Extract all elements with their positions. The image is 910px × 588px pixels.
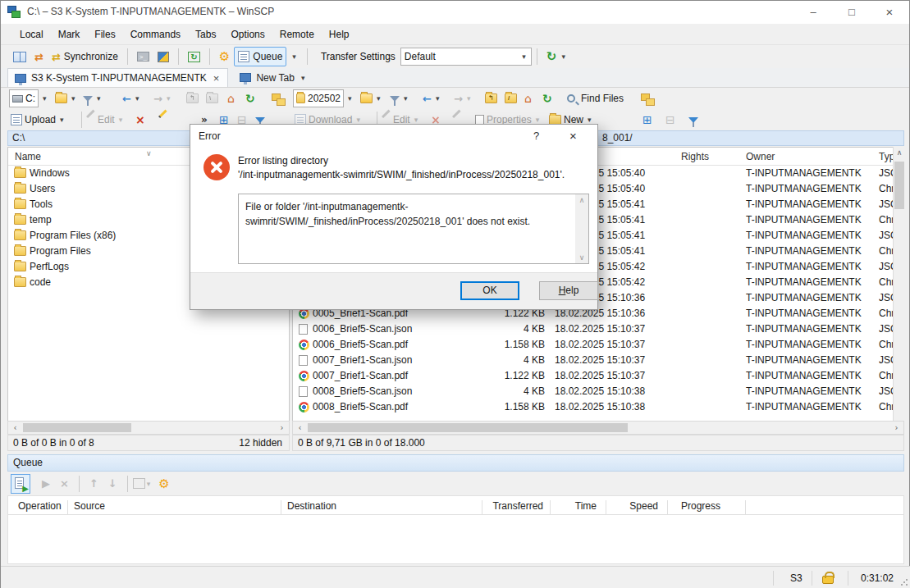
ok-button[interactable]: OK <box>460 281 519 300</box>
tab-close-icon[interactable]: × <box>212 72 222 84</box>
column-rights[interactable]: Rights <box>681 151 709 162</box>
resize-grip[interactable] <box>900 578 908 586</box>
help-button[interactable]: Help <box>539 281 598 300</box>
remote-back-button[interactable]: ←▾ <box>423 89 441 108</box>
synchronize-browsing-button[interactable]: ⇄ <box>30 47 48 66</box>
local-delete-button[interactable]: × <box>135 110 145 130</box>
local-edit-button[interactable]: Edit▾ <box>85 110 124 130</box>
remote-root-dir-button[interactable]: / <box>505 89 517 108</box>
scroll-up-icon[interactable]: ∧ <box>894 148 905 157</box>
remote-select-button[interactable]: ⊞ <box>642 110 652 130</box>
tab-new-tab[interactable]: New Tab ▾ <box>233 68 313 87</box>
open-session-button[interactable] <box>153 47 173 66</box>
queue-column[interactable]: Speed <box>609 500 658 512</box>
remote-selection-filter-button[interactable] <box>688 110 698 130</box>
queue-delete-button[interactable]: × <box>55 477 74 490</box>
queue-column[interactable]: Time <box>547 500 597 512</box>
local-filter-button[interactable]: ▾ <box>83 89 103 108</box>
scroll-left-icon[interactable]: ‹ <box>8 422 22 434</box>
local-root-dir-button[interactable]: \ <box>206 89 218 108</box>
queue-dropdown[interactable]: ▾ <box>286 47 302 66</box>
dialog-close-icon[interactable]: × <box>569 129 577 143</box>
toggle-panes-button[interactable] <box>9 47 30 66</box>
preferences-button[interactable]: ⚙ <box>215 47 234 66</box>
local-parent-dir-button[interactable]: ↰ <box>186 89 199 108</box>
remote-forward-button[interactable]: →▾ <box>454 89 472 108</box>
remote-home-button[interactable]: ⌂ <box>524 89 532 108</box>
scroll-left-icon[interactable]: ‹ <box>293 422 307 434</box>
remote-filter-button[interactable]: ▾ <box>390 89 409 108</box>
menu-item[interactable]: Commands <box>123 25 188 43</box>
window-status-bar: S3 0:31:02 <box>1 566 910 588</box>
queue-column[interactable]: Transferred <box>469 500 543 512</box>
menu-item[interactable]: Mark <box>51 25 88 43</box>
queue-column[interactable]: Operation <box>18 500 62 512</box>
queue-enable-button[interactable]: ▶ <box>11 474 30 494</box>
column-name[interactable]: Name <box>15 151 41 162</box>
remote-refresh-button[interactable]: ↻ <box>542 89 552 108</box>
remote-parent-dir-button[interactable]: ↰ <box>485 89 497 108</box>
queue-column[interactable]: Progress <box>681 500 720 512</box>
remote-dir-combo[interactable]: 202502 ▾ <box>293 89 354 108</box>
queue-column[interactable]: Destination <box>287 500 336 512</box>
local-horizontal-scrollbar[interactable]: ‹ › <box>7 421 290 435</box>
local-drive-combo[interactable]: C: ▾ <box>9 89 48 108</box>
menu-item[interactable]: Options <box>223 25 272 43</box>
queue-move-down-button[interactable]: ↓ <box>103 477 122 490</box>
local-new-file-button[interactable] <box>157 110 167 130</box>
upload-button[interactable]: Upload▾ <box>11 110 66 130</box>
close-button[interactable]: × <box>871 1 908 24</box>
file-row[interactable]: 0008_Brief5-Scan.pdf 1.158 KB 18.02.2025… <box>293 399 903 415</box>
remote-tree-button[interactable] <box>641 89 654 108</box>
maximize-button[interactable]: □ <box>833 1 871 24</box>
scroll-up-icon[interactable]: ∧ <box>575 196 588 204</box>
synchronize-button[interactable]: ⇄Synchronize <box>48 47 122 66</box>
file-row[interactable]: 0008_Brief5-Scan.json 4 KB 18.02.2025 15… <box>293 384 903 399</box>
scroll-right-icon[interactable]: › <box>275 422 289 434</box>
queue-column[interactable]: Source <box>74 500 105 512</box>
local-tree-button[interactable] <box>272 89 285 108</box>
local-refresh-button[interactable]: ↻ <box>245 89 255 108</box>
remote-open-dir-button[interactable]: ▾ <box>360 89 382 108</box>
detail-scrollbar[interactable]: ∧ ∨ <box>575 194 588 263</box>
error-detail-box[interactable]: File or folder '/int-inputmanagementk-sw… <box>238 194 589 264</box>
queue-preferences-gear-icon[interactable]: ⚙ <box>158 476 169 491</box>
file-row[interactable]: 0007_Brief1-Scan.pdf 1.122 KB 18.02.2025… <box>293 368 903 384</box>
minimize-button[interactable]: – <box>794 1 832 24</box>
menu-item[interactable]: Files <box>87 25 122 43</box>
remote-vertical-scrollbar[interactable]: ∧ ∨ <box>893 147 904 434</box>
scrollbar-thumb[interactable] <box>23 423 131 432</box>
scroll-down-icon[interactable]: ∨ <box>575 253 588 262</box>
queue-toggle-button[interactable]: Queue <box>234 47 286 66</box>
local-open-dir-button[interactable]: ▾ <box>55 89 77 108</box>
queue-move-up-button[interactable]: ↑ <box>85 477 103 490</box>
scroll-right-icon[interactable]: › <box>889 422 903 434</box>
tab-active-session[interactable]: S3 K-System T-INPUTMANAGEMENTK × <box>7 68 228 87</box>
file-row[interactable]: 0007_Brief1-Scan.json 4 KB 18.02.2025 15… <box>293 353 903 368</box>
find-files-button[interactable]: Find Files <box>567 89 624 108</box>
folder-icon <box>14 230 26 240</box>
refresh-session-button[interactable]: ↻ <box>184 47 204 66</box>
queue-panel-title[interactable]: Queue <box>7 454 904 472</box>
local-forward-button[interactable]: →▾ <box>153 89 171 108</box>
file-row[interactable]: 0006_Brief5-Scan.pdf 1.158 KB 18.02.2025… <box>293 337 903 353</box>
scrollbar-thumb[interactable] <box>308 423 628 432</box>
queue-schedule-icon[interactable] <box>133 478 145 489</box>
file-row[interactable]: 0006_Brief5-Scan.json 4 KB 18.02.2025 15… <box>293 321 903 337</box>
dialog-help-icon[interactable]: ? <box>533 130 539 142</box>
menu-item[interactable]: Tabs <box>188 25 223 43</box>
local-home-button[interactable]: ⌂ <box>227 89 235 108</box>
queue-resume-button[interactable]: ▶ <box>37 477 55 490</box>
remote-unselect-button[interactable]: ⊟ <box>665 110 675 130</box>
menu-item[interactable]: Local <box>12 25 51 43</box>
refresh-remote-button[interactable]: ↻▾ <box>542 47 571 66</box>
transfer-settings-combo[interactable]: Default▾ <box>400 48 532 66</box>
remote-horizontal-scrollbar[interactable]: ‹ › <box>292 421 904 435</box>
menu-item[interactable]: Help <box>322 25 357 43</box>
column-owner[interactable]: Owner <box>746 151 775 162</box>
hidden-files-count[interactable]: 12 hidden <box>239 435 282 450</box>
scrollbar-thumb[interactable] <box>894 162 904 209</box>
menu-item[interactable]: Remote <box>272 25 322 43</box>
local-back-button[interactable]: ←▾ <box>122 89 140 108</box>
open-console-button[interactable]: >_ <box>133 47 153 66</box>
